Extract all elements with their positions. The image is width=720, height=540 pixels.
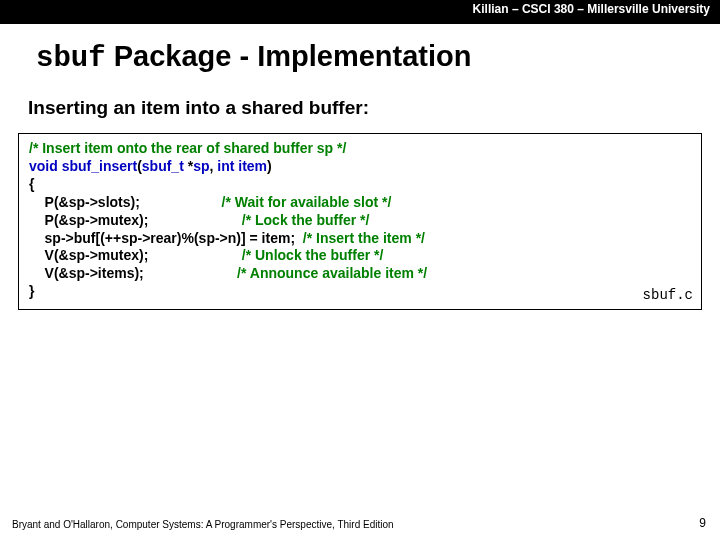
code-comment: /* Lock the buffer */ bbox=[242, 212, 370, 228]
code-box: /* Insert item onto the rear of shared b… bbox=[18, 133, 702, 310]
code-var: sp bbox=[193, 158, 209, 174]
code-brace: } bbox=[29, 283, 34, 299]
code-line: } bbox=[29, 283, 691, 301]
code-comment: /* Insert the item */ bbox=[303, 230, 425, 246]
code-comment: /* Announce available item */ bbox=[237, 265, 427, 281]
code-stmt: V(&sp->items); bbox=[29, 265, 237, 281]
code-filename: sbuf.c bbox=[643, 287, 693, 305]
code-stmt: P(&sp->slots); bbox=[29, 194, 222, 210]
title-mono: sbuf bbox=[36, 42, 106, 75]
code-brace: { bbox=[29, 176, 34, 192]
code-comment: /* Unlock the buffer */ bbox=[242, 247, 384, 263]
code-line: V(&sp->items); /* Announce available ite… bbox=[29, 265, 691, 283]
page-number: 9 bbox=[699, 516, 706, 530]
code-punct: ) bbox=[267, 158, 272, 174]
code-line: sp->buf[(++sp->rear)%(sp->n)] = item; /*… bbox=[29, 230, 691, 248]
code-line: { bbox=[29, 176, 691, 194]
code-stmt: sp->buf[(++sp->rear)%(sp->n)] = item; bbox=[29, 230, 303, 246]
code-type: sbuf_t bbox=[142, 158, 184, 174]
code-line: P(&sp->slots); /* Wait for available slo… bbox=[29, 194, 691, 212]
title-rest: Package - Implementation bbox=[106, 40, 472, 72]
code-line: V(&sp->mutex); /* Unlock the buffer */ bbox=[29, 247, 691, 265]
code-comment: /* Wait for available slot */ bbox=[222, 194, 392, 210]
code-var: item bbox=[238, 158, 267, 174]
footer-citation: Bryant and O'Hallaron, Computer Systems:… bbox=[12, 519, 394, 530]
code-keyword: void bbox=[29, 158, 58, 174]
code-line: void sbuf_insert(sbuf_t *sp, int item) bbox=[29, 158, 691, 176]
slide: Killian – CSCI 380 – Millersville Univer… bbox=[0, 0, 720, 540]
code-line: /* Insert item onto the rear of shared b… bbox=[29, 140, 691, 158]
code-punct: * bbox=[184, 158, 193, 174]
header-bar: Killian – CSCI 380 – Millersville Univer… bbox=[0, 0, 720, 24]
code-stmt: P(&sp->mutex); bbox=[29, 212, 242, 228]
header-text: Killian – CSCI 380 – Millersville Univer… bbox=[473, 2, 710, 16]
page-title: sbuf Package - Implementation bbox=[36, 40, 720, 75]
code-stmt: V(&sp->mutex); bbox=[29, 247, 242, 263]
subheading: Inserting an item into a shared buffer: bbox=[28, 97, 720, 119]
code-comment: /* Insert item onto the rear of shared b… bbox=[29, 140, 346, 156]
code-line: P(&sp->mutex); /* Lock the buffer */ bbox=[29, 212, 691, 230]
code-func-name: sbuf_insert bbox=[58, 158, 137, 174]
code-keyword: int bbox=[217, 158, 234, 174]
